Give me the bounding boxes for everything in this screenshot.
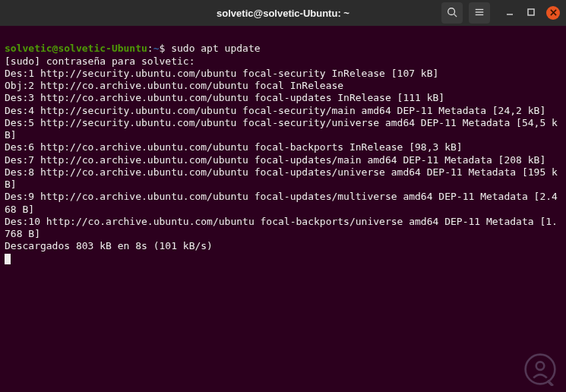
prompt-colon: :	[147, 43, 153, 54]
svg-point-10	[536, 362, 545, 370]
menu-button[interactable]	[469, 2, 490, 24]
minimize-button[interactable]	[504, 7, 516, 19]
command-text: sudo apt update	[171, 43, 260, 54]
output-line: Des:1 http://security.ubuntu.com/ubuntu …	[5, 68, 438, 79]
output-line: Obj:2 http://co.archive.ubuntu.com/ubunt…	[5, 80, 343, 91]
svg-line-1	[454, 14, 457, 17]
window-controls	[504, 6, 560, 20]
svg-point-0	[448, 8, 455, 14]
maximize-button[interactable]	[525, 7, 537, 19]
output-line: Des:3 http://co.archive.ubuntu.com/ubunt…	[5, 92, 444, 103]
titlebar: solvetic@solvetic-Ubuntu: ~	[0, 0, 566, 26]
prompt-dollar: $	[160, 43, 172, 54]
output-line: Des:7 http://co.archive.ubuntu.com/ubunt…	[5, 154, 545, 166]
hamburger-icon	[474, 7, 485, 20]
output-line: Des:5 http://security.ubuntu.com/ubuntu …	[5, 117, 558, 141]
output-line: Des:4 http://security.ubuntu.com/ubuntu …	[5, 105, 545, 116]
output-line: [sudo] contraseña para solvetic:	[5, 55, 194, 67]
minimize-icon	[505, 8, 514, 19]
search-icon	[447, 7, 457, 20]
close-button[interactable]	[546, 6, 560, 20]
output-line: Des:6 http://co.archive.ubuntu.com/ubunt…	[5, 141, 463, 153]
terminal-cursor	[5, 254, 11, 264]
maximize-icon	[526, 8, 536, 19]
terminal-output[interactable]: solvetic@solvetic-Ubuntu:~$ sudo apt upd…	[0, 26, 566, 270]
search-button[interactable]	[441, 2, 463, 24]
window-title: solvetic@solvetic-Ubuntu: ~	[217, 8, 349, 19]
svg-rect-6	[528, 9, 534, 15]
output-line: Des:8 http://co.archive.ubuntu.com/ubunt…	[5, 166, 558, 190]
output-line: Des:10 http://co.archive.ubuntu.com/ubun…	[5, 216, 558, 239]
close-icon	[550, 8, 557, 18]
output-line: Descargados 803 kB en 8s (101 kB/s)	[5, 240, 213, 251]
output-line: Des:9 http://co.archive.ubuntu.com/ubunt…	[5, 191, 558, 214]
prompt-user-host: solvetic@solvetic-Ubuntu	[5, 43, 147, 54]
watermark-logo	[523, 352, 557, 386]
titlebar-controls	[441, 2, 560, 24]
prompt-path: ~	[153, 43, 160, 54]
